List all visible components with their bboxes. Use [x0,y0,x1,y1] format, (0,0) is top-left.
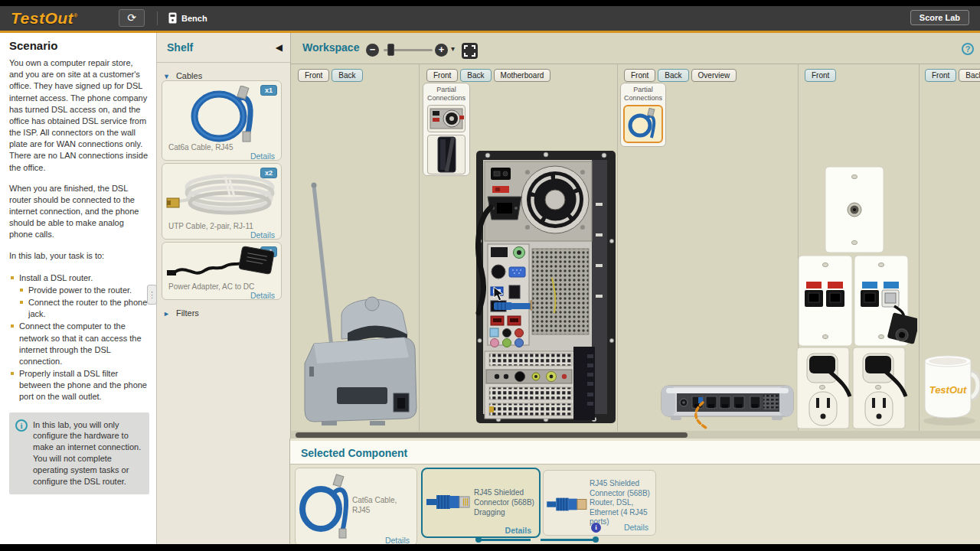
scenario-title: Scenario [9,39,149,52]
shelf-item-utp-cable[interactable]: x2 UTP Cable, 2-pair, RJ-11 Details [162,163,282,240]
workspace-scrollbar-thumb[interactable] [296,432,688,438]
desk-back-button[interactable]: Back [959,69,980,82]
details-link[interactable]: Details [250,291,275,300]
header-accent-line [0,31,980,33]
zoom-in-button[interactable]: + [435,44,448,57]
task-item: Install a DSL router. [11,272,149,284]
cables-label: Cables [176,71,202,80]
partial-connections-label: Partial Connections [621,83,665,103]
scenario-panel: Scenario You own a computer repair store… [0,33,157,544]
header-divider [157,11,158,25]
zoom-out-button[interactable]: − [366,44,379,57]
testout-mug[interactable]: TestOut [920,350,980,427]
app-window: TestOut® ⟳ Bench Score Lab Scenario You … [0,0,980,551]
task-intro: In this lab, your task is to: [9,250,149,262]
cable-end-dot [593,536,599,543]
selected-card-connector-dragging[interactable]: RJ45 Shielded Connector (568B) Dragging … [421,468,541,538]
zoom-dropdown-caret[interactable]: ▾ [451,44,455,53]
refresh-button[interactable]: ⟳ [119,9,145,27]
router-overview-button[interactable]: Overview [691,69,737,82]
card-label: Cat6a Cable, RJ45 [352,496,415,515]
psu-thumb-image [429,106,464,131]
cable-end-line [541,539,596,541]
router-back-button[interactable]: Back [658,69,688,82]
panel-splitter-handle[interactable]: ⋮ [147,285,157,305]
tab-bench[interactable]: Bench [168,12,207,24]
info-bubble-icon: i [15,419,28,432]
details-link[interactable]: Details [250,230,275,240]
wall-plate-front-button[interactable]: Front [805,69,836,82]
shelf-collapse-icon[interactable]: ◀ [276,42,283,53]
score-lab-button[interactable]: Score Lab [910,10,969,25]
phone-front-button[interactable]: Front [298,69,329,82]
selected-component-header: Selected Component [290,441,980,465]
details-link[interactable]: Details [505,526,531,535]
router-front-button[interactable]: Front [624,69,655,82]
zoom-slider-handle[interactable] [387,44,394,56]
section-filters[interactable]: ►Filters [163,308,199,318]
wall-plates[interactable] [796,162,917,430]
lab-note: i In this lab, you will only configure t… [9,412,149,494]
bench-tower-icon [168,12,177,24]
registered-mark: ® [74,13,78,18]
power-adapter-image [165,246,279,281]
desk-front-button[interactable]: Front [925,69,956,82]
cable-end-line [479,539,531,541]
selected-card-cat6a[interactable]: Cat6a Cable, RJ45 Details [295,468,417,546]
shelf-item-cat6a-cable[interactable]: x1 Cat6a Cable, RJ45 Details [162,80,282,161]
cat6a-cable-image [173,86,273,142]
phone-back-button[interactable]: Back [332,69,362,82]
item-name: Cat6a Cable, RJ45 [168,143,234,152]
details-link[interactable]: Details [624,523,648,532]
task-subitem: Provide power to the router. [20,285,149,296]
psu-thumbnail[interactable] [427,105,466,132]
task-item: Properly install a DSL filter between th… [11,368,149,403]
cat6a-card-image [299,472,350,540]
shelf-title: Shelf [167,41,193,54]
workspace-title: Workspace [302,41,359,54]
refresh-icon: ⟳ [127,11,136,24]
workspace-header: Workspace − + ▾ ? [291,33,980,64]
filters-label: Filters [176,308,199,318]
fit-to-screen-button[interactable] [462,43,478,59]
shelf-panel: Shelf ◀ ▼Cables x1 Cat6a Cable, RJ45 Det… [157,33,291,544]
selected-component-panel: Selected Component Cat6a Cable, RJ45 Det… [289,439,980,544]
shelf-header: Shelf ◀ [157,33,290,63]
workspace-scrollbar[interactable] [291,431,980,439]
workspace-body: FrontBack FrontBackMotherboard FrontBack… [291,64,980,431]
area-divider [919,64,920,431]
mouse-cursor [493,286,504,302]
testout-logo: TestOut® [11,9,78,28]
task-list: Install a DSL router. Provide power to t… [11,272,149,403]
cable-thumbnail-selected[interactable] [623,105,663,143]
card-label: RJ45 Shielded Connector (568B) [474,488,538,507]
details-link[interactable]: Details [250,152,275,161]
computer-back-button[interactable]: Back [460,69,491,82]
item-name: Power Adapter, AC to DC [168,282,254,291]
section-cables[interactable]: ▼Cables [163,71,202,80]
cable-thumb-image [627,107,659,141]
dsl-router-back[interactable] [660,375,796,430]
card-label: RJ45 Shielded Connector (568B) [590,479,655,498]
scenario-paragraph-1: You own a computer repair store, and you… [9,57,149,174]
letterbox-bottom [0,544,980,551]
lab-note-text: In this lab, you will only configure the… [33,419,143,487]
chevron-down-icon: ▼ [163,73,170,80]
case-front-thumbnail[interactable] [427,135,466,174]
chevron-right-icon: ► [163,310,170,318]
help-icon[interactable]: ? [962,43,974,55]
rj45-connector-image [426,492,471,512]
selected-component-title: Selected Component [301,447,407,459]
selected-card-connector-router[interactable]: RJ45 Shielded Connector (568B) Router, D… [543,470,656,536]
info-icon[interactable]: i [591,523,601,533]
item-name: UTP Cable, 2-pair, RJ-11 [168,222,253,230]
bench-label: Bench [181,14,207,23]
computer-motherboard-button[interactable]: Motherboard [494,69,551,82]
partial-connections-label: Partial Connections [423,83,469,103]
card-status: Dragging [474,508,538,518]
shelf-item-power-adapter[interactable]: x1 Power Adapter, AC to DC Details [162,242,282,300]
computer-front-button[interactable]: Front [426,69,458,82]
computer-partial-connections: Partial Connections [423,83,470,176]
area-divider [617,64,618,431]
phone-back[interactable] [297,180,420,429]
